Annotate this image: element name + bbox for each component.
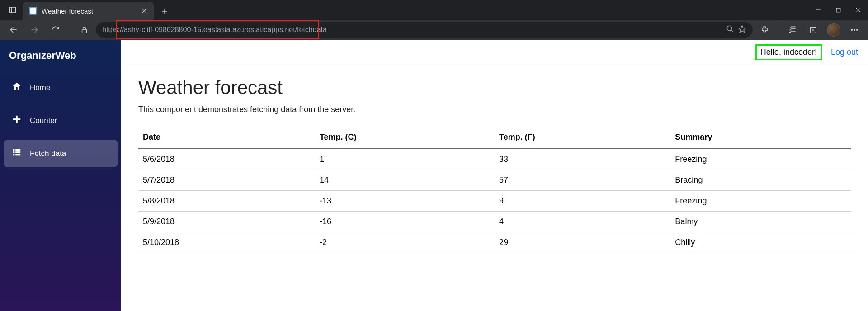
zoom-icon[interactable] [726,25,734,35]
favicon-icon [29,7,37,15]
svg-rect-25 [15,149,20,151]
svg-rect-12 [82,29,86,33]
content-area: Hello, indcoder! Log out Weather forecas… [121,40,868,311]
svg-rect-23 [13,118,21,120]
svg-rect-7 [836,8,840,12]
plus-icon [12,114,22,127]
main-content: Weather forecast This component demonstr… [121,65,868,265]
more-menu-button[interactable] [845,21,863,39]
svg-point-21 [856,29,858,30]
top-bar: Hello, indcoder! Log out [121,40,868,65]
new-tab-button[interactable] [156,4,173,20]
cell-temp-c: 14 [315,170,495,191]
browser-chrome: Weather forecast https://ashy-cliff-0980… [0,0,868,40]
col-date: Date [138,126,315,149]
browser-tab-active[interactable]: Weather forecast [23,2,154,20]
table-header-row: Date Temp. (C) Temp. (F) Summary [138,126,851,149]
logout-link[interactable]: Log out [831,47,858,57]
cell-temp-f: 9 [495,191,670,212]
cell-date: 5/9/2018 [138,212,315,232]
window-minimize-button[interactable] [808,0,828,20]
cell-temp-f: 33 [495,149,670,170]
cell-temp-c: -16 [315,212,495,232]
avatar-icon [827,23,840,37]
tab-actions-button[interactable] [3,0,23,20]
svg-point-20 [854,29,855,30]
forecast-table: Date Temp. (C) Temp. (F) Summary 5/6/201… [138,126,851,253]
site-info-button[interactable] [75,21,93,39]
list-icon [12,147,22,160]
svg-line-14 [731,30,733,32]
svg-rect-0 [9,7,16,13]
table-row: 5/7/2018 14 57 Bracing [138,170,851,191]
cell-date: 5/7/2018 [138,170,315,191]
cell-temp-c: 1 [315,149,495,170]
table-row: 5/6/2018 1 33 Freezing [138,149,851,170]
window-maximize-button[interactable] [828,0,848,20]
profile-button[interactable] [825,21,843,39]
cell-summary: Freezing [670,191,851,212]
cell-summary: Balmy [670,212,851,232]
svg-point-13 [727,26,732,31]
sidebar-item-home[interactable]: Home [4,74,118,101]
page-subtitle: This component demonstrates fetching dat… [138,105,851,114]
cell-temp-f: 4 [495,212,670,232]
tab-title: Weather forecast [42,7,93,15]
table-body: 5/6/2018 1 33 Freezing 5/7/2018 14 57 Br… [138,149,851,253]
col-summary: Summary [670,126,851,149]
nav-back-button[interactable] [5,21,23,39]
cell-summary: Chilly [670,232,851,253]
sidebar-item-counter[interactable]: Counter [4,107,118,134]
cell-date: 5/10/2018 [138,232,315,253]
sidebar: OrganizerWeb Home Counter Fetch data [0,40,121,311]
cell-temp-c: -2 [315,232,495,253]
table-row: 5/8/2018 -13 9 Freezing [138,191,851,212]
separator [778,25,778,35]
collections-button[interactable] [804,21,822,39]
svg-rect-26 [13,151,15,153]
svg-rect-27 [15,151,20,153]
browser-toolbar: https://ashy-cliff-098028800-15.eastasia… [0,20,868,40]
user-greeting: Hello, indcoder! [755,44,822,60]
cell-temp-c: -13 [315,191,495,212]
cell-date: 5/6/2018 [138,149,315,170]
sidebar-item-label: Home [30,83,50,92]
nav-list: Home Counter Fetch data [0,74,121,167]
svg-point-19 [851,29,853,30]
favorite-star-icon[interactable] [738,25,746,35]
table-row: 5/10/2018 -2 29 Chilly [138,232,851,253]
svg-rect-29 [15,154,20,156]
nav-forward-button[interactable] [25,21,43,39]
nav-refresh-button[interactable] [46,21,64,39]
cell-date: 5/8/2018 [138,191,315,212]
toolbar-right-actions [755,21,863,39]
table-row: 5/9/2018 -16 4 Balmy [138,212,851,232]
cell-summary: Bracing [670,170,851,191]
window-controls [808,0,868,20]
address-bar[interactable]: https://ashy-cliff-098028800-15.eastasia… [96,22,753,38]
svg-marker-15 [739,25,746,32]
sidebar-item-fetch-data[interactable]: Fetch data [4,140,118,167]
app-brand[interactable]: OrganizerWeb [0,40,121,74]
address-bar-url: https://ashy-cliff-098028800-15.eastasia… [102,26,327,34]
col-temp-c: Temp. (C) [315,126,495,149]
tab-close-button[interactable] [141,8,147,14]
svg-rect-24 [13,149,15,151]
sidebar-item-label: Fetch data [30,149,66,158]
cell-summary: Freezing [670,149,851,170]
cell-temp-f: 57 [495,170,670,191]
favorites-button[interactable] [783,21,801,39]
page-title: Weather forecast [138,77,851,99]
cell-temp-f: 29 [495,232,670,253]
page-viewport: OrganizerWeb Home Counter Fetch data Hel… [0,40,868,311]
tab-strip: Weather forecast [0,0,868,20]
col-temp-f: Temp. (F) [495,126,670,149]
extensions-button[interactable] [755,21,774,39]
home-icon [12,81,22,94]
window-close-button[interactable] [848,0,868,20]
sidebar-item-label: Counter [30,116,57,125]
svg-rect-28 [13,154,15,156]
